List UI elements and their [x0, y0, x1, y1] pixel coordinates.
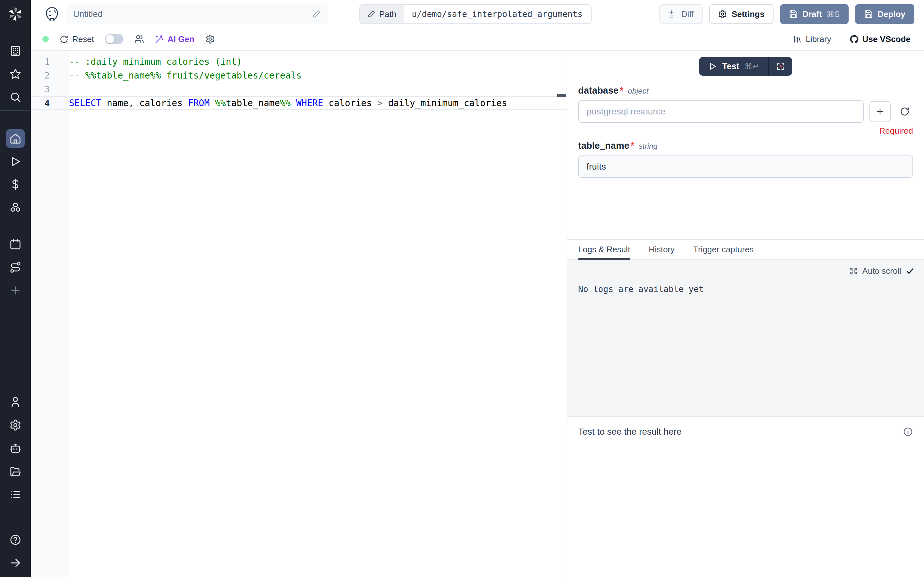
logs-empty-message: No logs are available yet	[578, 284, 924, 294]
page-title: Untitled	[73, 9, 312, 19]
library-icon	[793, 35, 802, 44]
database-input[interactable]	[578, 100, 864, 123]
deploy-button[interactable]: Deploy	[855, 4, 914, 24]
test-args-panel: Test ⌘↵ database*	[567, 51, 924, 239]
sidebar-item-calendar[interactable]	[0, 233, 31, 256]
arrow-right-icon	[9, 557, 21, 569]
test-button-group: Test ⌘↵	[699, 57, 792, 76]
path-value: u/demo/safe_interpolated_arguments	[404, 5, 591, 23]
line-number: 4	[31, 98, 50, 108]
ai-gen-button[interactable]: AI Gen	[155, 34, 194, 44]
user-icon	[9, 396, 21, 408]
auto-scroll-label: Auto scroll	[863, 266, 901, 276]
building-icon	[9, 45, 21, 57]
pencil-icon	[367, 10, 375, 18]
reset-button[interactable]: Reset	[60, 34, 94, 44]
code-line-4[interactable]: 4SELECT name, calories FROM %%table_name…	[31, 96, 567, 110]
sidebar-item-cubes[interactable]	[0, 196, 31, 219]
sidebar-item-arrow-right[interactable]	[0, 551, 31, 574]
dollar-icon	[9, 179, 21, 191]
logs-panel: Auto scroll No logs are available yet	[567, 259, 924, 416]
tab-history[interactable]: History	[649, 240, 675, 259]
save-icon	[864, 10, 873, 19]
result-placeholder: Test to see the result here	[578, 427, 682, 437]
path-label: Path	[360, 5, 404, 23]
sidebar-item-help[interactable]	[0, 528, 31, 551]
library-button[interactable]: Library	[793, 34, 831, 44]
settings-button[interactable]: Settings	[709, 4, 774, 24]
wand-sparkles-icon	[155, 35, 164, 44]
help-icon	[9, 534, 21, 546]
windmill-logo-icon[interactable]	[8, 6, 23, 22]
draft-button[interactable]: Draft ⌘S	[780, 4, 849, 24]
sidebar-item-plus[interactable]	[0, 279, 31, 302]
tab-trigger-captures[interactable]: Trigger captures	[693, 240, 754, 259]
test-button[interactable]: Test ⌘↵	[699, 57, 768, 76]
sidebar-item-robot[interactable]	[0, 437, 31, 460]
draft-shortcut: ⌘S	[827, 10, 840, 19]
sidebar-item-route[interactable]	[0, 256, 31, 279]
test-shortcut: ⌘↵	[744, 62, 759, 71]
sidebar-item-user[interactable]	[0, 390, 31, 414]
capture-test-button[interactable]	[769, 57, 792, 76]
refresh-resource-button[interactable]	[897, 101, 913, 122]
plus-icon	[9, 284, 21, 297]
sidebar-item-dollar[interactable]	[0, 173, 31, 196]
field-label-database: database* object	[578, 85, 913, 96]
sidebar-item-building[interactable]	[0, 39, 31, 63]
code-line-3[interactable]: 3	[31, 82, 567, 96]
line-number: 3	[31, 84, 50, 94]
result-panel: Test to see the result here	[567, 416, 924, 577]
line-number: 2	[31, 71, 50, 81]
topbar: Untitled Path u/demo/safe_interpolated_a…	[31, 0, 924, 28]
sidebar-item-home[interactable]	[0, 127, 31, 150]
result-tabs: Logs & Result History Trigger captures	[567, 240, 924, 259]
refresh-icon	[900, 107, 909, 116]
folder-icon	[9, 465, 21, 477]
refresh-icon	[60, 35, 68, 44]
use-vscode-button[interactable]: Use VScode	[850, 34, 911, 44]
code-line-1[interactable]: 1-- :daily_minimum_calories (int)	[31, 55, 567, 69]
sidebar-divider	[0, 110, 31, 111]
status-dot	[42, 36, 49, 42]
cubes-icon	[9, 201, 21, 214]
database-required-error: Required	[578, 126, 913, 136]
code-editor[interactable]: 1-- :daily_minimum_calories (int)2-- %%t…	[31, 51, 567, 577]
script-settings-gear-icon[interactable]	[205, 34, 215, 44]
tab-logs-result[interactable]: Logs & Result	[578, 240, 630, 259]
code-line-2[interactable]: 2-- %%table_name%% fruits/vegetables/cer…	[31, 69, 567, 82]
auto-scroll-checkbox[interactable]	[906, 267, 914, 276]
add-resource-button[interactable]	[869, 101, 891, 122]
script-title-field[interactable]: Untitled	[66, 4, 328, 24]
diff-button[interactable]: Diff	[659, 4, 703, 24]
edit-title-icon[interactable]	[312, 10, 321, 19]
sidebar-item-gear[interactable]	[0, 414, 31, 437]
path-field[interactable]: Path u/demo/safe_interpolated_arguments	[359, 4, 591, 24]
field-label-table-name: table_name* string	[578, 140, 913, 151]
users-icon[interactable]	[134, 34, 144, 44]
main-area: Untitled Path u/demo/safe_interpolated_a…	[31, 0, 924, 577]
github-icon	[850, 35, 859, 44]
gear-icon	[9, 419, 21, 431]
table-name-input[interactable]	[578, 155, 913, 178]
info-icon[interactable]	[903, 427, 913, 437]
home-icon	[6, 129, 25, 148]
sidebar-item-play[interactable]	[0, 150, 31, 173]
robot-icon	[9, 442, 21, 454]
sidebar-item-search[interactable]	[0, 85, 31, 109]
code-text: -- :daily_minimum_calories (int)	[69, 56, 242, 67]
diff-mode-toggle[interactable]	[105, 34, 124, 44]
sidebar-item-list[interactable]	[0, 483, 31, 506]
list-icon	[9, 488, 21, 500]
play-icon	[708, 62, 717, 71]
sidebar-item-folder[interactable]	[0, 460, 31, 483]
expand-logs-icon[interactable]	[849, 267, 858, 276]
play-icon	[9, 155, 21, 168]
save-icon	[789, 10, 798, 19]
line-number: 1	[31, 57, 50, 67]
code-text: SELECT name, calories FROM %%table_name%…	[69, 98, 507, 108]
sidebar-item-star[interactable]	[0, 63, 31, 85]
route-icon	[9, 261, 21, 274]
app-sidebar	[0, 0, 31, 577]
plus-minus-icon	[668, 10, 677, 19]
